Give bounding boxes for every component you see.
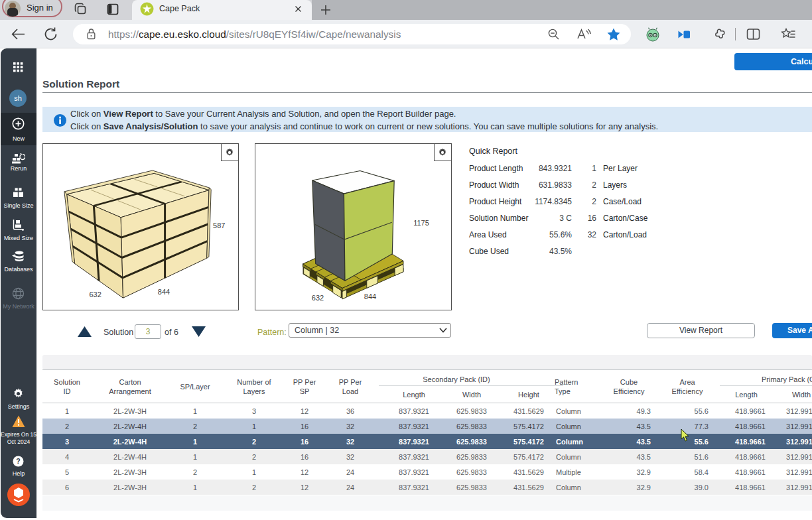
svg-text:632: 632 [312,294,324,302]
svg-text:587: 587 [213,222,225,229]
svg-text:844: 844 [158,288,170,296]
svg-text:1175: 1175 [413,219,429,227]
svg-text:844: 844 [364,292,376,300]
svg-text:632: 632 [89,291,101,298]
